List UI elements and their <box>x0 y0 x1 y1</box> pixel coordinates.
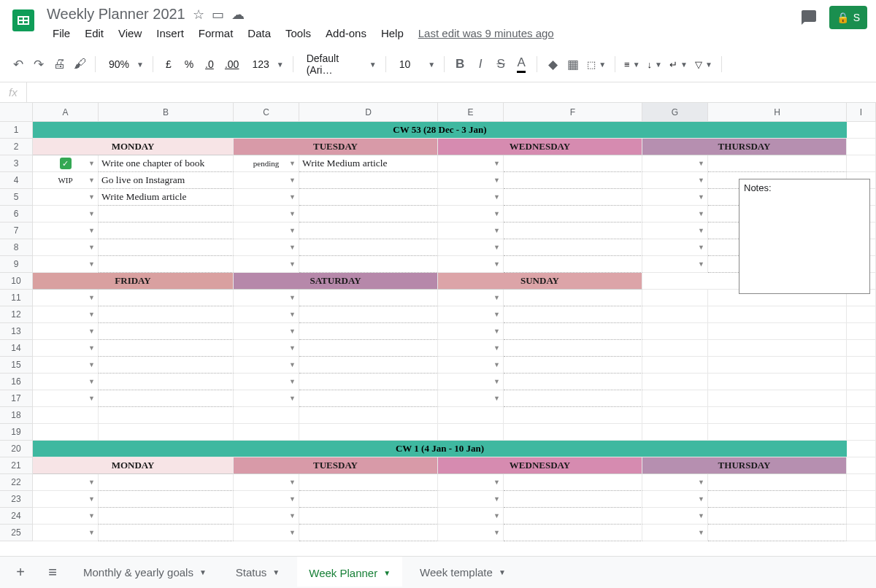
cell[interactable] <box>299 407 438 424</box>
cell[interactable] <box>504 306 642 323</box>
cell[interactable]: ▼ <box>234 357 299 374</box>
cell[interactable] <box>504 189 642 206</box>
cell[interactable]: TUESDAY <box>234 139 438 155</box>
row-header-23[interactable]: 23 <box>0 491 32 508</box>
all-sheets-button[interactable]: ≡ <box>39 560 66 586</box>
row-header-13[interactable]: 13 <box>0 323 32 340</box>
cell[interactable]: ▼ <box>33 189 99 206</box>
cell[interactable]: ▼ <box>234 374 299 390</box>
row-header-8[interactable]: 8 <box>0 239 32 256</box>
cell[interactable] <box>642 390 708 407</box>
cell[interactable]: ▼ <box>234 223 299 239</box>
row-header-1[interactable]: 1 <box>0 122 32 139</box>
cell[interactable]: pending▼ <box>234 155 299 172</box>
menu-file[interactable]: File <box>47 24 76 42</box>
dropdown-icon[interactable]: ▼ <box>88 529 95 536</box>
cell[interactable] <box>708 155 847 172</box>
cell[interactable]: ▼ <box>642 172 708 189</box>
dropdown-icon[interactable]: ▼ <box>289 529 296 536</box>
cell[interactable] <box>299 239 438 256</box>
cell[interactable] <box>708 357 847 374</box>
cell[interactable]: THURSDAY <box>642 457 847 474</box>
row-header-14[interactable]: 14 <box>0 340 32 357</box>
cell[interactable] <box>504 374 642 390</box>
dropdown-icon[interactable]: ▼ <box>493 177 500 184</box>
cell[interactable]: ▼ <box>234 256 299 273</box>
dropdown-icon[interactable]: ▼ <box>493 294 500 301</box>
row-header-16[interactable]: 16 <box>0 374 32 390</box>
cell[interactable] <box>708 474 847 491</box>
cell[interactable] <box>504 223 642 239</box>
cell[interactable]: ▼ <box>33 525 99 541</box>
dropdown-icon[interactable]: ▼ <box>493 244 500 251</box>
cell[interactable] <box>847 407 876 424</box>
cell[interactable]: ▼ <box>438 390 504 407</box>
row-header-12[interactable]: 12 <box>0 306 32 323</box>
cell[interactable] <box>847 323 876 340</box>
cell[interactable] <box>642 374 708 390</box>
cell[interactable] <box>708 508 847 525</box>
dropdown-icon[interactable]: ▼ <box>289 193 296 201</box>
cell[interactable]: ▼ <box>438 306 504 323</box>
cloud-icon[interactable]: ☁ <box>231 7 245 23</box>
dropdown-icon[interactable]: ▼ <box>289 227 296 234</box>
percent-button[interactable]: % <box>180 54 199 74</box>
rotate-button[interactable]: ▽▼ <box>692 59 715 70</box>
menu-edit[interactable]: Edit <box>79 24 110 42</box>
cell[interactable] <box>299 223 438 239</box>
menu-view[interactable]: View <box>112 24 147 42</box>
row-header-10[interactable]: 10 <box>0 273 32 290</box>
col-header-C[interactable]: C <box>234 103 299 121</box>
dropdown-icon[interactable]: ▼ <box>88 260 95 268</box>
menu-data[interactable]: Data <box>242 24 277 42</box>
dropdown-icon[interactable]: ▼ <box>493 512 500 519</box>
dropdown-icon[interactable]: ▼ <box>289 512 296 519</box>
cell[interactable]: ▼ <box>33 374 99 390</box>
row-header-4[interactable]: 4 <box>0 172 32 189</box>
cell[interactable] <box>234 407 299 424</box>
cell[interactable]: WIP▼ <box>33 172 99 189</box>
cell[interactable]: ▼ <box>234 508 299 525</box>
borders-button[interactable]: ▦ <box>564 54 583 74</box>
dropdown-icon[interactable]: ▼ <box>88 378 95 385</box>
bold-button[interactable]: B <box>450 54 469 74</box>
cell[interactable]: ▼ <box>234 474 299 491</box>
row-header-19[interactable]: 19 <box>0 424 32 441</box>
cell[interactable]: ▼ <box>438 374 504 390</box>
dropdown-icon[interactable]: ▼ <box>88 512 95 519</box>
cell[interactable]: CW 53 (28 Dec - 3 Jan) <box>33 122 847 139</box>
cell[interactable] <box>847 457 876 474</box>
cell[interactable] <box>299 340 438 357</box>
cell[interactable]: MONDAY <box>33 457 234 474</box>
col-header-H[interactable]: H <box>708 103 847 121</box>
cell[interactable] <box>99 525 234 541</box>
cell[interactable]: ▼ <box>438 223 504 239</box>
cell[interactable] <box>642 290 708 306</box>
cell[interactable]: ▼ <box>33 239 99 256</box>
cell[interactable] <box>99 390 234 407</box>
cell[interactable]: ▼ <box>642 491 708 508</box>
cell[interactable]: ▼ <box>234 340 299 357</box>
dropdown-icon[interactable]: ▼ <box>88 294 95 301</box>
dropdown-icon[interactable]: ▼ <box>88 479 95 486</box>
cell[interactable] <box>99 206 234 223</box>
paint-format-icon[interactable]: 🖌 <box>70 54 89 74</box>
last-edit-link[interactable]: Last edit was 9 minutes ago <box>418 27 554 39</box>
cell[interactable]: ✓▼ <box>33 155 99 172</box>
dropdown-icon[interactable]: ▼ <box>493 479 500 486</box>
row-header-24[interactable]: 24 <box>0 508 32 525</box>
cell[interactable]: ▼ <box>438 474 504 491</box>
dropdown-icon[interactable]: ▼ <box>493 260 500 268</box>
cell[interactable] <box>99 223 234 239</box>
dropdown-icon[interactable]: ▼ <box>289 328 296 335</box>
cell[interactable] <box>299 323 438 340</box>
dropdown-icon[interactable]: ▼ <box>88 311 95 318</box>
cell[interactable]: THURSDAY <box>642 139 847 155</box>
dropdown-icon[interactable]: ▼ <box>698 227 704 234</box>
cell[interactable] <box>99 323 234 340</box>
cell[interactable]: ▼ <box>234 323 299 340</box>
dropdown-icon[interactable]: ▼ <box>698 177 704 184</box>
dropdown-icon[interactable]: ▼ <box>698 193 704 201</box>
cell[interactable]: ▼ <box>33 306 99 323</box>
cell[interactable]: ▼ <box>33 357 99 374</box>
